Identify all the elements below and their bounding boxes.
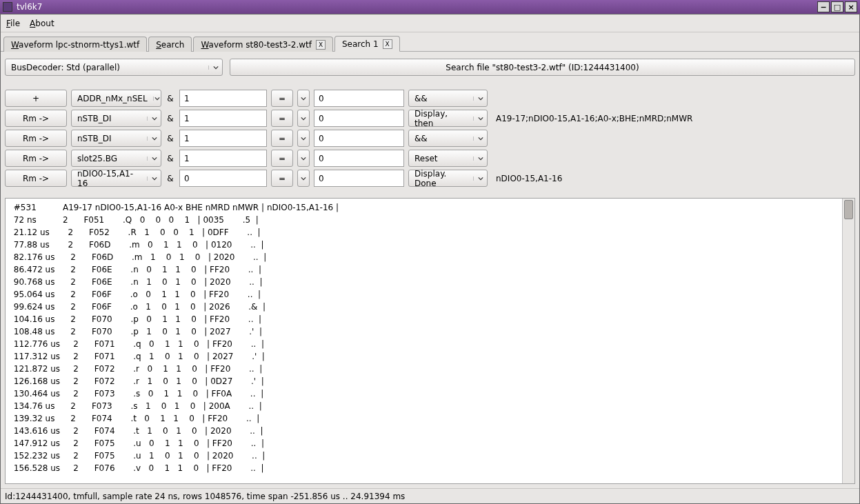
chevron-down-icon: [147, 117, 161, 121]
compare-dropdown[interactable]: [297, 170, 310, 187]
tab-close-icon[interactable]: X: [316, 40, 326, 50]
filter-row-4: Rm ->nDIO0-15,A1-16&=Display. DonenDIO0-…: [5, 170, 855, 187]
tab-1[interactable]: Search: [148, 37, 192, 52]
compare-button[interactable]: =: [271, 110, 293, 127]
output-area: #531 A19-17 nDIO0-15,A1-16 A0-x BHE nMRD…: [5, 198, 855, 484]
chevron-down-icon: [473, 157, 487, 161]
close-button[interactable]: ×: [845, 1, 857, 12]
tab-label: Search: [156, 40, 184, 50]
compare-dropdown[interactable]: [297, 150, 310, 167]
action-combo-label: Display, then: [409, 109, 473, 128]
compare-dropdown[interactable]: [297, 110, 310, 127]
vertical-scrollbar[interactable]: [842, 199, 854, 483]
value2-input[interactable]: [314, 130, 404, 147]
value1-input[interactable]: [179, 150, 267, 167]
value2-input[interactable]: [314, 90, 404, 107]
signal-combo[interactable]: ADDR_nMx_nSEL: [71, 90, 161, 107]
action-combo[interactable]: &&: [408, 130, 488, 147]
amp-label: &: [166, 114, 175, 123]
minimize-button[interactable]: −: [817, 1, 830, 12]
filter-row-1: Rm ->nSTB_DI&=Display, thenA19-17;nDIO0-…: [5, 110, 855, 127]
signal-combo-label: ADDR_nMx_nSEL: [72, 94, 153, 103]
chevron-down-icon: [473, 97, 487, 101]
decoder-combo-label: BusDecoder: Std (parallel): [6, 63, 208, 72]
action-combo-label: Display. Done: [409, 169, 473, 188]
tab-2[interactable]: Waveform st80-test3-2.wtfX: [193, 37, 333, 52]
filter-row-3: Rm ->slot25.BG&=Reset: [5, 150, 855, 167]
tab-label: Waveform lpc-stnorm-ttys1.wtf: [11, 40, 139, 50]
chevron-down-icon: [147, 157, 161, 161]
chevron-down-icon: [147, 177, 161, 181]
filter-row-0: +ADDR_nMx_nSEL&=&&: [5, 90, 855, 107]
filter-first-button[interactable]: Rm ->: [5, 170, 67, 187]
signal-combo-label: nSTB_DI: [72, 134, 147, 143]
filter-trail-label: A19-17;nDIO0-15,A1-16;A0-x;BHE;nMRD;nMWR: [496, 114, 692, 123]
filter-first-button[interactable]: Rm ->: [5, 110, 67, 127]
status-bar: Id:1244431400, tmfull, sample rate 24 ns…: [1, 488, 859, 503]
decoder-combo[interactable]: BusDecoder: Std (parallel): [5, 59, 223, 76]
chevron-down-icon: [153, 97, 161, 101]
tab-close-icon[interactable]: X: [383, 39, 392, 49]
search-file-button[interactable]: Search file "st80-test3-2.wtf" (ID:12444…: [230, 59, 855, 76]
value2-input[interactable]: [314, 170, 404, 187]
maximize-button[interactable]: □: [831, 1, 843, 12]
action-combo[interactable]: Reset: [408, 150, 488, 167]
compare-dropdown[interactable]: [297, 130, 310, 147]
action-combo-label: Reset: [409, 154, 473, 163]
compare-button[interactable]: =: [271, 90, 293, 107]
action-combo[interactable]: Display, then: [408, 110, 488, 127]
value2-input[interactable]: [314, 150, 404, 167]
signal-combo[interactable]: nDIO0-15,A1-16: [71, 170, 161, 187]
tab-bar: Waveform lpc-stnorm-ttys1.wtfSearchWavef…: [1, 32, 859, 52]
app-icon: [3, 2, 12, 12]
chevron-down-icon: [208, 65, 222, 70]
amp-label: &: [166, 174, 175, 183]
filter-trail-label: nDIO0-15,A1-16: [496, 174, 562, 183]
filter-first-button[interactable]: Rm ->: [5, 150, 67, 167]
value1-input[interactable]: [179, 170, 267, 187]
chevron-down-icon: [473, 137, 487, 141]
menu-about[interactable]: About: [30, 19, 54, 28]
tab-label: Waveform st80-test3-2.wtf: [201, 40, 312, 50]
window-title: tvl6k7: [17, 2, 817, 12]
tab-0[interactable]: Waveform lpc-stnorm-ttys1.wtf: [3, 37, 147, 52]
chevron-down-icon: [147, 137, 161, 141]
output-text: #531 A19-17 nDIO0-15,A1-16 A0-x BHE nMRD…: [6, 199, 842, 483]
filter-row-2: Rm ->nSTB_DI&=&&: [5, 130, 855, 147]
action-combo[interactable]: Display. Done: [408, 170, 488, 187]
tab-3[interactable]: Search 1X: [334, 36, 400, 52]
value1-input[interactable]: [179, 90, 267, 107]
chevron-down-icon: [473, 177, 487, 181]
compare-button[interactable]: =: [271, 170, 293, 187]
chevron-down-icon: [473, 117, 487, 121]
signal-combo-label: nSTB_DI: [72, 114, 147, 123]
filter-first-button[interactable]: Rm ->: [5, 130, 67, 147]
amp-label: &: [166, 154, 175, 163]
value2-input[interactable]: [314, 110, 404, 127]
action-combo-label: &&: [409, 134, 473, 143]
signal-combo[interactable]: slot25.BG: [71, 150, 161, 167]
amp-label: &: [166, 94, 175, 103]
signal-combo-label: slot25.BG: [72, 154, 147, 163]
window-titlebar: tvl6k7 − □ ×: [0, 0, 860, 14]
tab-label: Search 1: [342, 39, 379, 49]
menu-file[interactable]: File: [6, 19, 20, 28]
signal-combo-label: nDIO0-15,A1-16: [72, 169, 147, 188]
compare-button[interactable]: =: [271, 130, 293, 147]
signal-combo[interactable]: nSTB_DI: [71, 110, 161, 127]
filter-first-button[interactable]: +: [5, 90, 67, 107]
amp-label: &: [166, 134, 175, 143]
value1-input[interactable]: [179, 130, 267, 147]
menubar: File About: [1, 14, 859, 32]
action-combo-label: &&: [409, 94, 473, 103]
scrollbar-thumb[interactable]: [844, 200, 853, 219]
compare-button[interactable]: =: [271, 150, 293, 167]
compare-dropdown[interactable]: [297, 90, 310, 107]
value1-input[interactable]: [179, 110, 267, 127]
action-combo[interactable]: &&: [408, 90, 488, 107]
signal-combo[interactable]: nSTB_DI: [71, 130, 161, 147]
